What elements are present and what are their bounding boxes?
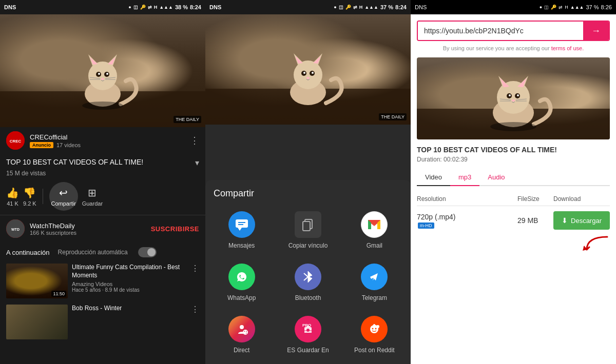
autoplay-toggle[interactable] <box>138 247 157 257</box>
esguardar-label: ES Guardar En <box>287 347 329 354</box>
share-item-telegram[interactable]: Telegram <box>342 257 407 308</box>
whatsapp-label: WhatsApp <box>227 294 256 301</box>
video-title-text: TOP 10 BEST CAT VIDEOS OF ALL TIME! <box>6 158 191 166</box>
svg-point-67 <box>509 94 511 96</box>
time-3: 8:26 <box>601 4 612 10</box>
mensajes-icon <box>228 211 255 238</box>
col-resolution: Resolution <box>417 195 517 203</box>
table-row-720: 720p (.mp4) m-HD 29 MB ⬇ Descargar <box>417 206 610 235</box>
rec-title-2: Bob Ross - Winter <box>72 305 187 313</box>
download-table: Resolution FileSize Download 720p (.mp4)… <box>417 192 610 235</box>
red-arrow-indicator <box>582 234 612 262</box>
svg-point-30 <box>303 72 305 74</box>
status-dns-1: DNS <box>4 4 16 10</box>
title-dropdown-arrow[interactable]: ▾ <box>195 158 199 168</box>
subscribe-count: 166 K suscriptores <box>30 230 146 236</box>
video-title-section: TOP 10 BEST CAT VIDEOS OF ALL TIME! ▾ 15… <box>0 154 205 179</box>
status-bar-1: DNS ● ◫ 🔑 ⇌ H ▲▲▲ 38 % 8:24 <box>0 0 205 14</box>
share-item-copiar[interactable]: Copiar vínculo <box>276 205 340 255</box>
status-dns-2: DNS <box>209 4 221 10</box>
action-divider-1 <box>43 189 43 204</box>
svg-point-60 <box>497 81 530 114</box>
menu-dots-channel[interactable]: ⋮ <box>190 135 199 146</box>
reddit-label: Post on Reddit <box>354 347 395 354</box>
the-daily-badge-1: THE DAILY <box>174 116 201 123</box>
download-icon: ⬇ <box>562 216 568 225</box>
telegram-icon <box>361 264 388 290</box>
share-item-reddit[interactable]: Post on Reddit <box>342 310 407 360</box>
url-go-arrow-icon: → <box>591 26 601 36</box>
copiar-label: Copiar vínculo <box>288 242 328 249</box>
video-thumbnail-1[interactable]: THE DAILY <box>0 14 205 127</box>
dislike-button[interactable]: 👎 9.2 K <box>23 187 36 207</box>
share-grid: Mensajes Copiar vínculo <box>205 205 411 360</box>
a-continuacion-bar: A continuación Reproducción automática <box>0 242 205 260</box>
url-go-button[interactable]: → <box>583 22 609 40</box>
svg-point-68 <box>517 94 519 96</box>
share-item-bluetooth[interactable]: Bluetooth <box>276 257 340 308</box>
like-button[interactable]: 👍 41 K <box>6 187 19 207</box>
video-preview <box>417 57 610 139</box>
share-sheet-title: Compartir <box>205 188 411 205</box>
share-item-mensajes[interactable]: Mensajes <box>209 205 274 255</box>
url-input-row[interactable]: → <box>417 21 610 41</box>
panel-share-middle: DNS ● ◫ 🔑 ⇌ H ▲▲▲ 37 % 8:24 <box>205 0 411 364</box>
rec-menu-1[interactable]: ⋮ <box>191 264 199 273</box>
svg-line-42 <box>304 273 308 277</box>
channel-videos: 17 videos <box>56 142 81 148</box>
svg-line-43 <box>304 277 308 280</box>
subscribe-button[interactable]: SUSCRIBIRSE <box>151 225 199 233</box>
subscribe-section: WTD WatchTheDaily 166 K suscriptores SUS… <box>0 215 205 242</box>
filesize-cell: 29 MB <box>517 216 553 225</box>
whatsapp-icon <box>228 264 255 290</box>
share-item-esguardar[interactable]: PRO ES Guardar En <box>276 310 340 360</box>
subscribe-channel-name: WatchTheDaily <box>30 222 146 230</box>
terms-link[interactable]: terms of use. <box>551 45 584 51</box>
share-button[interactable]: ↩ Compartir <box>49 182 78 211</box>
download-button[interactable]: ⬇ Descargar <box>553 211 610 230</box>
rec-title-1: Ultimate Funny Cats Compilation - Best M… <box>72 264 187 279</box>
svg-point-55 <box>375 328 377 330</box>
svg-point-9 <box>98 73 100 75</box>
battery-1: 38 % <box>175 4 188 10</box>
svg-point-10 <box>106 73 108 75</box>
tab-mp3[interactable]: mp3 <box>450 169 479 186</box>
col-filesize: FileSize <box>517 195 553 203</box>
resolution-badge: m-HD <box>418 223 434 229</box>
tab-audio[interactable]: Audio <box>479 169 513 186</box>
rec-stats-1: Hace 5 años · 8.9 M de vistas <box>72 287 187 293</box>
rec-menu-2[interactable]: ⋮ <box>191 305 199 314</box>
direct-label: Direct <box>234 347 249 354</box>
rec-info-2: Bob Ross - Winter <box>72 305 187 313</box>
repr-auto-label: Reproducción automática <box>58 249 128 256</box>
share-item-direct[interactable]: Direct <box>209 310 274 360</box>
status-bar-3: DNS ● ◫ 🔑 ⇌ H ▲▲▲ 37 % 8:26 <box>411 0 616 14</box>
rec-duration-1: 11:50 <box>51 291 66 297</box>
svg-point-74 <box>490 122 536 131</box>
rec-item-2[interactable]: Bob Ross - Winter ⋮ <box>0 301 205 342</box>
url-input[interactable] <box>418 22 583 40</box>
share-item-gmail[interactable]: Gmail <box>342 205 407 255</box>
channel-text: CRECofficial Anuncio 17 videos <box>30 133 185 148</box>
tab-video[interactable]: Video <box>417 169 450 186</box>
share-the-daily-badge: THE DAILY <box>379 113 407 120</box>
gmail-icon <box>361 211 388 238</box>
recommended-list: 11:50 Ultimate Funny Cats Compilation - … <box>0 260 205 364</box>
svg-point-16 <box>82 102 123 110</box>
save-button[interactable]: ⊞ Guardar <box>82 187 103 207</box>
reddit-icon <box>361 316 388 342</box>
terms-text: By using our service you are accepting o… <box>417 45 610 51</box>
time-2: 8:24 <box>395 4 407 10</box>
svg-point-23 <box>294 60 322 89</box>
panel-youtube-left: DNS ● ◫ 🔑 ⇌ H ▲▲▲ 38 % 8:24 <box>0 0 205 364</box>
share-video-preview: THE DAILY <box>205 14 411 125</box>
esguardar-icon: PRO <box>295 316 321 342</box>
a-continuacion-tab[interactable]: A continuación <box>6 249 50 256</box>
svg-point-69 <box>512 99 515 102</box>
channel-name: CRECofficial <box>30 133 185 141</box>
share-item-whatsapp[interactable]: WhatsApp <box>209 257 274 308</box>
svg-text:WTD: WTD <box>11 228 20 231</box>
channel-info: CREC CRECofficial Anuncio 17 videos ⋮ <box>0 127 205 154</box>
mensajes-label: Mensajes <box>228 242 255 249</box>
rec-item-1[interactable]: 11:50 Ultimate Funny Cats Compilation - … <box>0 260 205 301</box>
